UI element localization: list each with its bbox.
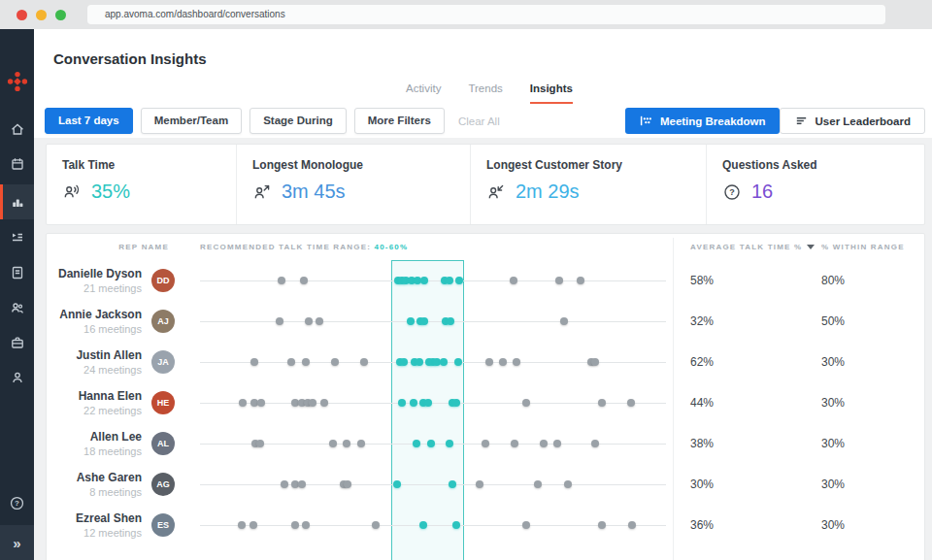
rep-name[interactable]: Justin Allen	[47, 348, 142, 362]
meeting-dot-in-range[interactable]	[407, 317, 415, 325]
tab-activity[interactable]: Activity	[406, 82, 441, 104]
avatar[interactable]: AJ	[151, 310, 175, 333]
avatar[interactable]: AL	[151, 432, 175, 455]
meeting-dot-out-of-range[interactable]	[329, 440, 337, 447]
rep-name[interactable]: Annie Jackson	[47, 308, 142, 321]
close-window-icon[interactable]	[17, 10, 27, 20]
meeting-dot-in-range[interactable]	[449, 480, 456, 488]
meeting-dot-out-of-range[interactable]	[476, 480, 483, 488]
date-range-filter-button[interactable]: Last 7 days	[45, 108, 133, 134]
meeting-dot-out-of-range[interactable]	[344, 480, 351, 488]
meeting-dot-out-of-range[interactable]	[499, 358, 507, 366]
rep-name[interactable]: Ezreal Shen	[47, 511, 142, 525]
meeting-breakdown-button[interactable]: Meeting Breakdown	[625, 108, 780, 134]
address-bar[interactable]: app.avoma.com/dashboard/conversations	[87, 5, 885, 24]
meeting-dot-out-of-range[interactable]	[534, 480, 542, 488]
meeting-dot-out-of-range[interactable]	[510, 277, 517, 284]
member-team-filter-button[interactable]: Member/Team	[141, 108, 242, 134]
maximize-window-icon[interactable]	[55, 10, 66, 20]
meeting-dot-out-of-range[interactable]	[287, 358, 295, 366]
meeting-dot-in-range[interactable]	[410, 399, 417, 407]
sidebar-item-insights-active[interactable]	[0, 184, 34, 219]
minimize-window-icon[interactable]	[36, 10, 47, 20]
meeting-dot-out-of-range[interactable]	[257, 399, 265, 407]
meeting-dot-out-of-range[interactable]	[331, 358, 339, 366]
avatar[interactable]: AG	[151, 473, 175, 496]
more-filters-button[interactable]: More Filters	[354, 108, 445, 134]
meeting-dot-out-of-range[interactable]	[577, 277, 584, 284]
meeting-dot-out-of-range[interactable]	[627, 399, 635, 407]
meeting-dot-out-of-range[interactable]	[300, 277, 308, 284]
meeting-dot-out-of-range[interactable]	[591, 358, 599, 366]
rep-name[interactable]: Danielle Dyson	[47, 267, 142, 280]
meeting-dot-out-of-range[interactable]	[305, 317, 313, 325]
sidebar-collapse-button[interactable]: »	[0, 525, 34, 560]
calendar-icon[interactable]	[0, 149, 34, 179]
avatar[interactable]: HE	[151, 391, 175, 414]
meeting-dot-out-of-range[interactable]	[276, 317, 283, 325]
meeting-dot-out-of-range[interactable]	[298, 480, 306, 488]
meeting-dot-out-of-range[interactable]	[485, 358, 493, 366]
meeting-dot-out-of-range[interactable]	[564, 480, 572, 488]
meeting-dot-in-range[interactable]	[398, 399, 406, 407]
meeting-dot-out-of-range[interactable]	[598, 521, 606, 529]
meeting-dot-out-of-range[interactable]	[316, 317, 323, 325]
user-leaderboard-button[interactable]: User Leaderboard	[780, 108, 925, 134]
meeting-dot-out-of-range[interactable]	[281, 480, 288, 488]
meeting-dot-out-of-range[interactable]	[238, 521, 246, 529]
tab-trends[interactable]: Trends	[468, 82, 502, 104]
meeting-dot-in-range[interactable]	[447, 317, 454, 325]
avatar[interactable]: ES	[151, 513, 175, 537]
meeting-dot-in-range[interactable]	[413, 440, 420, 447]
meeting-dot-in-range[interactable]	[452, 521, 460, 529]
meeting-dot-out-of-range[interactable]	[320, 399, 328, 407]
rep-name[interactable]: Ashe Garen	[47, 471, 142, 484]
meeting-dot-in-range[interactable]	[420, 317, 428, 325]
meeting-dot-out-of-range[interactable]	[357, 440, 365, 447]
meeting-dot-in-range[interactable]	[452, 399, 460, 407]
meeting-dot-in-range[interactable]	[400, 358, 408, 366]
meeting-dot-in-range[interactable]	[393, 480, 401, 488]
rep-name[interactable]: Hanna Elen	[47, 389, 142, 403]
meeting-dot-out-of-range[interactable]	[513, 358, 520, 366]
meeting-dot-in-range[interactable]	[440, 358, 448, 366]
meeting-dot-out-of-range[interactable]	[560, 317, 568, 325]
stage-during-filter-button[interactable]: Stage During	[250, 108, 347, 134]
meeting-dot-out-of-range[interactable]	[256, 440, 264, 447]
meeting-dot-out-of-range[interactable]	[239, 399, 247, 407]
meeting-dot-out-of-range[interactable]	[250, 521, 257, 529]
meeting-dot-out-of-range[interactable]	[591, 440, 599, 447]
meeting-dot-in-range[interactable]	[420, 277, 428, 284]
meeting-dot-out-of-range[interactable]	[540, 440, 548, 447]
meeting-dot-out-of-range[interactable]	[302, 521, 310, 529]
home-icon[interactable]	[0, 115, 34, 144]
meeting-dot-out-of-range[interactable]	[302, 358, 310, 366]
avg-talk-time-header[interactable]: AVERAGE TALK TIME %	[690, 243, 821, 251]
meeting-dot-out-of-range[interactable]	[291, 521, 299, 529]
meeting-dot-in-range[interactable]	[455, 277, 463, 284]
meeting-dot-in-range[interactable]	[427, 440, 435, 447]
rep-name[interactable]: Allen Lee	[47, 430, 142, 444]
meeting-dot-out-of-range[interactable]	[511, 440, 518, 447]
meeting-dot-out-of-range[interactable]	[522, 399, 530, 407]
meeting-dot-out-of-range[interactable]	[555, 277, 563, 284]
meeting-dot-out-of-range[interactable]	[360, 358, 368, 366]
help-icon[interactable]: ?	[0, 488, 34, 517]
contacts-icon[interactable]	[0, 293, 34, 322]
meeting-dot-in-range[interactable]	[416, 358, 423, 366]
meeting-dot-out-of-range[interactable]	[628, 521, 636, 529]
meeting-dot-out-of-range[interactable]	[482, 440, 489, 447]
meeting-dot-out-of-range[interactable]	[553, 440, 561, 447]
avoma-logo-icon[interactable]	[0, 66, 34, 97]
meeting-dot-out-of-range[interactable]	[343, 440, 350, 447]
meeting-dot-in-range[interactable]	[419, 521, 427, 529]
meeting-dot-in-range[interactable]	[454, 358, 462, 366]
meeting-dot-out-of-range[interactable]	[372, 521, 380, 529]
meeting-dot-in-range[interactable]	[446, 277, 453, 284]
tab-insights[interactable]: Insights	[530, 82, 573, 104]
deals-icon[interactable]	[0, 328, 34, 357]
meeting-dot-out-of-range[interactable]	[522, 521, 530, 529]
avatar[interactable]: DD	[151, 269, 175, 292]
clear-all-link[interactable]: Clear All	[458, 115, 500, 127]
notes-icon[interactable]	[0, 258, 34, 287]
